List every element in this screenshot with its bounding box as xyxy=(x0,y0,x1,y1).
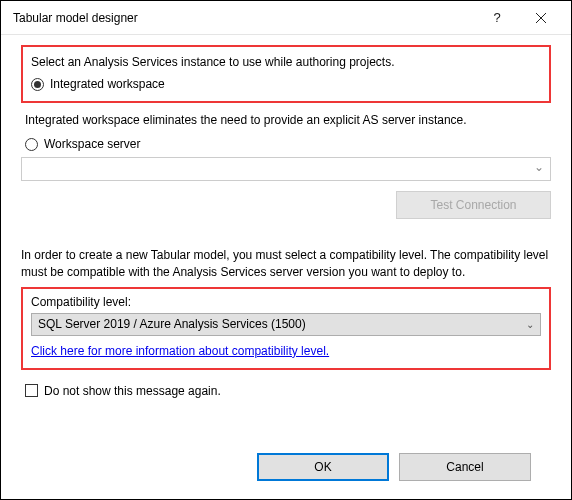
compatibility-highlight: Compatibility level: SQL Server 2019 / A… xyxy=(21,287,551,370)
close-icon xyxy=(536,13,546,23)
radio-label: Workspace server xyxy=(44,137,140,151)
test-connection-button: Test Connection xyxy=(396,191,551,219)
workspace-server-input[interactable] xyxy=(21,157,551,181)
compatibility-info-link[interactable]: Click here for more information about co… xyxy=(31,344,329,358)
compatibility-label: Compatibility level: xyxy=(31,295,541,309)
radio-icon xyxy=(31,78,44,91)
radio-workspace-server[interactable]: Workspace server xyxy=(25,137,551,151)
help-button[interactable]: ? xyxy=(475,3,519,33)
window-title: Tabular model designer xyxy=(13,11,475,25)
compatibility-dropdown[interactable]: SQL Server 2019 / Azure Analysis Service… xyxy=(31,313,541,336)
do-not-show-checkbox[interactable]: Do not show this message again. xyxy=(25,384,551,398)
dialog-footer: OK Cancel xyxy=(21,439,551,499)
compatibility-description: In order to create a new Tabular model, … xyxy=(21,247,551,281)
checkbox-label: Do not show this message again. xyxy=(44,384,221,398)
instruction-text: Select an Analysis Services instance to … xyxy=(31,55,541,69)
ok-button[interactable]: OK xyxy=(257,453,389,481)
titlebar: Tabular model designer ? xyxy=(1,1,571,35)
chevron-down-icon: ⌄ xyxy=(526,319,534,330)
dropdown-selected: SQL Server 2019 / Azure Analysis Service… xyxy=(38,317,306,331)
radio-label: Integrated workspace xyxy=(50,77,165,91)
radio-integrated-workspace[interactable]: Integrated workspace xyxy=(31,77,541,91)
cancel-button[interactable]: Cancel xyxy=(399,453,531,481)
dialog-content: Select an Analysis Services instance to … xyxy=(1,35,571,499)
integrated-description: Integrated workspace eliminates the need… xyxy=(25,113,551,127)
dialog-window: Tabular model designer ? Select an Analy… xyxy=(0,0,572,500)
radio-icon xyxy=(25,138,38,151)
workspace-highlight: Select an Analysis Services instance to … xyxy=(21,45,551,103)
checkbox-icon xyxy=(25,384,38,397)
close-button[interactable] xyxy=(519,3,563,33)
test-connection-row: Test Connection xyxy=(21,191,551,219)
